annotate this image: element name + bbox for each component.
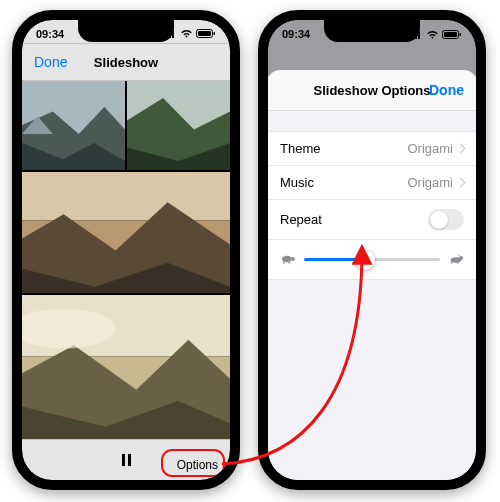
phone-notch (324, 20, 420, 42)
done-button[interactable]: Done (429, 82, 464, 98)
svg-point-30 (282, 256, 292, 263)
photo-grid[interactable] (22, 80, 230, 440)
photo-thumb[interactable] (127, 80, 230, 170)
done-button[interactable]: Done (34, 54, 67, 70)
row-label: Theme (280, 141, 320, 156)
nav-title: Slideshow (94, 55, 158, 70)
hare-icon (448, 252, 464, 267)
battery-icon (442, 30, 462, 39)
svg-point-35 (459, 256, 463, 260)
tortoise-icon (280, 252, 296, 267)
nav-title: Slideshow Options (313, 83, 430, 98)
svg-rect-29 (460, 33, 462, 36)
repeat-switch[interactable] (428, 209, 464, 230)
photo-thumb[interactable] (22, 295, 230, 440)
row-theme[interactable]: Theme Origami (268, 132, 476, 166)
phone-slideshow: 09:34 Done Slideshow (12, 10, 240, 490)
speed-slider[interactable] (304, 258, 440, 261)
status-time: 09:34 (36, 28, 64, 40)
photo-thumb[interactable] (22, 80, 125, 170)
chevron-right-icon (456, 144, 466, 154)
options-group: Theme Origami Music Origami (268, 131, 476, 280)
options-nav: Slideshow Options Done (268, 70, 476, 111)
slideshow-nav: Done Slideshow (22, 44, 230, 81)
slider-thumb[interactable] (355, 250, 375, 270)
svg-rect-14 (22, 172, 230, 220)
options-sheet: Slideshow Options Done Theme Origami Mus… (268, 70, 476, 480)
row-music[interactable]: Music Origami (268, 166, 476, 200)
svg-rect-6 (214, 32, 216, 35)
row-value: Origami (407, 175, 464, 190)
svg-rect-36 (451, 262, 453, 264)
svg-rect-5 (198, 31, 211, 36)
svg-point-31 (291, 257, 295, 261)
screen-slideshow: 09:34 Done Slideshow (22, 20, 230, 480)
screen-options: 09:34 Slideshow Options Done Theme (268, 20, 476, 480)
row-speed-slider (268, 240, 476, 279)
phone-notch (78, 20, 174, 42)
row-repeat: Repeat (268, 200, 476, 240)
slideshow-toolbar: Options (22, 439, 230, 480)
row-label: Repeat (280, 212, 322, 227)
row-label: Music (280, 175, 314, 190)
pause-icon[interactable] (122, 454, 131, 466)
comparison-stage: 09:34 Done Slideshow (0, 0, 500, 502)
status-time: 09:34 (282, 28, 310, 40)
chevron-right-icon (456, 178, 466, 188)
wifi-icon (426, 30, 439, 39)
phone-options: 09:34 Slideshow Options Done Theme (258, 10, 486, 490)
row-value: Origami (407, 141, 464, 156)
wifi-icon (180, 29, 193, 38)
photo-thumb[interactable] (22, 172, 230, 293)
battery-icon (196, 29, 216, 38)
svg-rect-32 (283, 262, 285, 264)
options-button[interactable]: Options (177, 458, 218, 472)
svg-rect-37 (457, 262, 459, 264)
svg-rect-33 (289, 262, 291, 264)
svg-rect-28 (444, 32, 457, 37)
